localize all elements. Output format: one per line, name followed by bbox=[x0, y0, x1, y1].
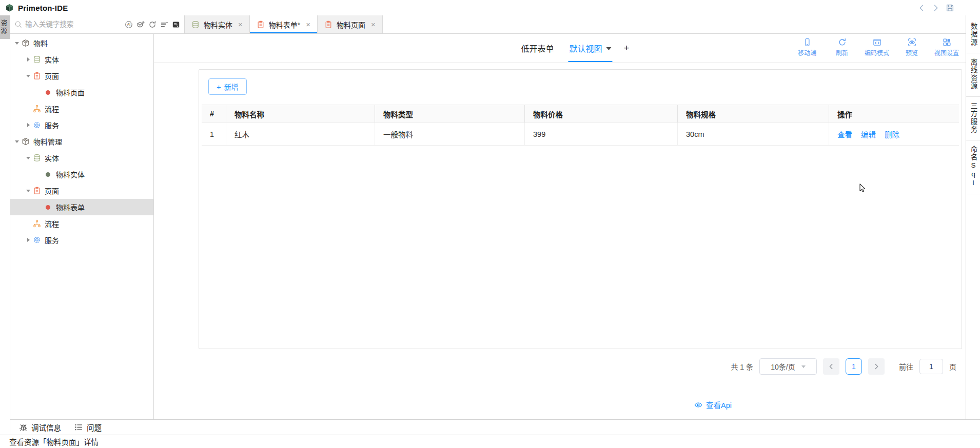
left-strip-tab-resources[interactable]: 资源 bbox=[0, 15, 10, 39]
mobile-icon bbox=[803, 38, 812, 47]
tree-indent-spacer bbox=[35, 170, 44, 178]
database-icon bbox=[191, 21, 200, 29]
toolbar-grid-button[interactable]: 视图设置 bbox=[931, 38, 963, 57]
eye-icon bbox=[694, 401, 702, 409]
view-api-link[interactable]: 查看Api bbox=[694, 399, 732, 410]
add-row-button-label: 新增 bbox=[224, 82, 239, 92]
prev-page-button[interactable] bbox=[823, 358, 839, 375]
goto-label: 前往 bbox=[899, 361, 913, 372]
tree-item-label: 物料 bbox=[33, 38, 48, 48]
view-tab[interactable]: 低开表单 bbox=[521, 34, 554, 62]
right-strip-tab[interactable]: 离线资源 bbox=[966, 53, 980, 97]
bottom-panel-tab[interactable]: 问题 bbox=[74, 422, 102, 433]
search-input[interactable] bbox=[25, 21, 122, 28]
table-cell: 红木 bbox=[226, 123, 375, 145]
chevron-down-icon[interactable] bbox=[24, 72, 32, 80]
titlebar-actions bbox=[918, 4, 954, 12]
tree-item[interactable]: 物料实体 bbox=[10, 166, 153, 182]
toolbar-preview-button[interactable]: 预览 bbox=[896, 38, 928, 57]
add-view-button[interactable]: + bbox=[623, 43, 629, 54]
toolbar-button-label: 预览 bbox=[906, 48, 918, 57]
nav-back-icon[interactable] bbox=[918, 4, 926, 12]
tree-item[interactable]: 流程 bbox=[10, 215, 153, 232]
table-panel: + 新增 #物料名称物料类型物料价格物料规格操作1红木一般物料39930cm查看… bbox=[199, 69, 962, 349]
tree-item[interactable]: 页面 bbox=[10, 182, 153, 199]
chevron-down-icon[interactable] bbox=[606, 47, 611, 50]
tree-item[interactable]: 物料 bbox=[10, 35, 153, 51]
column-header: 物料规格 bbox=[678, 105, 829, 123]
form-icon bbox=[33, 72, 41, 80]
chevron-right-icon[interactable] bbox=[24, 121, 32, 129]
tree-item[interactable]: 流程 bbox=[10, 100, 153, 117]
toolbar-refresh-blue-button[interactable]: 刷新 bbox=[826, 38, 858, 57]
tree-item[interactable]: 物料页面 bbox=[10, 84, 153, 100]
red-dot-icon bbox=[46, 205, 50, 210]
toolbar-button-label: 刷新 bbox=[836, 48, 848, 57]
close-icon[interactable]: × bbox=[238, 20, 243, 29]
nav-forward-icon[interactable] bbox=[932, 4, 939, 12]
doc-tab-label: 物料页面 bbox=[337, 19, 365, 30]
page-size-select[interactable]: 10条/页 bbox=[759, 358, 817, 375]
tree-item[interactable]: 实体 bbox=[10, 150, 153, 166]
row-action-link[interactable]: 编辑 bbox=[861, 129, 876, 139]
tree-item[interactable]: 服务 bbox=[10, 232, 153, 248]
tree-item[interactable]: 页面 bbox=[10, 68, 153, 84]
refresh-button[interactable] bbox=[148, 21, 156, 29]
toolbar-mobile-button[interactable]: 移动端 bbox=[791, 38, 823, 57]
toolbar-button-label: 编码模式 bbox=[865, 48, 889, 57]
model-add-button[interactable] bbox=[136, 21, 145, 29]
tree-item[interactable]: 物料表单 bbox=[10, 199, 153, 215]
app-window: Primeton-IDE 资源 AI 物料实体×物料表单*×物料页面× 物料实体… bbox=[0, 0, 980, 448]
next-page-button[interactable] bbox=[868, 358, 885, 375]
column-header: 物料类型 bbox=[375, 105, 525, 123]
pagination: 共 1 条 10条/页 1 前往 页 bbox=[731, 358, 956, 375]
current-page-button[interactable]: 1 bbox=[846, 358, 862, 375]
chevron-down-icon[interactable] bbox=[13, 39, 21, 47]
add-model-icon bbox=[136, 21, 145, 29]
right-strip-tab[interactable]: 命名Sql bbox=[966, 140, 980, 194]
row-action-link[interactable]: 查看 bbox=[837, 129, 852, 139]
tree-item[interactable]: 实体 bbox=[10, 51, 153, 68]
goto-page-input[interactable] bbox=[919, 359, 943, 374]
tree-indent-spacer bbox=[24, 219, 32, 228]
tree-indent-spacer bbox=[24, 105, 32, 113]
bottom-panel-tab-label: 调试信息 bbox=[31, 422, 61, 433]
ai-button[interactable]: AI bbox=[125, 21, 133, 29]
doc-tab[interactable]: 物料实体× bbox=[185, 15, 250, 33]
table-row[interactable]: 1红木一般物料39930cm查看编辑删除 bbox=[202, 123, 959, 146]
close-icon[interactable]: × bbox=[306, 20, 310, 29]
olive-dot-icon bbox=[46, 172, 50, 177]
column-header: # bbox=[202, 105, 226, 123]
right-strip-tab[interactable]: 数据源 bbox=[966, 17, 980, 53]
add-row-button[interactable]: + 新增 bbox=[208, 78, 247, 95]
panel-toggle-button[interactable] bbox=[172, 21, 180, 29]
data-table: #物料名称物料类型物料价格物料规格操作1红木一般物料39930cm查看编辑删除 bbox=[202, 105, 959, 146]
tree-item-label: 页面 bbox=[45, 186, 59, 196]
chevron-right-icon[interactable] bbox=[24, 55, 32, 64]
doc-tab[interactable]: 物料页面× bbox=[318, 15, 383, 33]
save-icon[interactable] bbox=[946, 4, 954, 12]
close-icon[interactable]: × bbox=[371, 20, 376, 29]
right-strip-tab[interactable]: 三方服务 bbox=[966, 97, 980, 140]
sort-list-button[interactable] bbox=[160, 21, 168, 29]
tree-item[interactable]: 物料管理 bbox=[10, 133, 153, 150]
toolbar-code-button[interactable]: 编码模式 bbox=[861, 38, 893, 57]
bottom-panel-tab-label: 问题 bbox=[87, 422, 102, 433]
table-cell: 一般物料 bbox=[375, 123, 525, 145]
bottom-panel-tab[interactable]: 调试信息 bbox=[19, 422, 61, 433]
ai-assistant-icon: AI bbox=[125, 21, 133, 29]
view-tab[interactable]: 默认视图 bbox=[569, 34, 611, 62]
chevron-right-icon[interactable] bbox=[24, 236, 32, 244]
plus-icon: + bbox=[217, 83, 221, 91]
table-cell: 30cm bbox=[678, 123, 829, 145]
chevron-down-icon[interactable] bbox=[24, 154, 32, 162]
doc-tab-label: 物料实体 bbox=[204, 19, 232, 30]
tree-item[interactable]: 服务 bbox=[10, 117, 153, 133]
chevron-down-icon[interactable] bbox=[24, 187, 32, 195]
refresh-icon bbox=[838, 38, 847, 47]
tree-item-label: 物料表单 bbox=[56, 202, 85, 212]
row-action-link[interactable]: 删除 bbox=[885, 129, 899, 139]
doc-tab[interactable]: 物料表单*× bbox=[250, 15, 318, 33]
chevron-down-icon[interactable] bbox=[13, 137, 21, 146]
page-unit-label: 页 bbox=[949, 361, 956, 372]
